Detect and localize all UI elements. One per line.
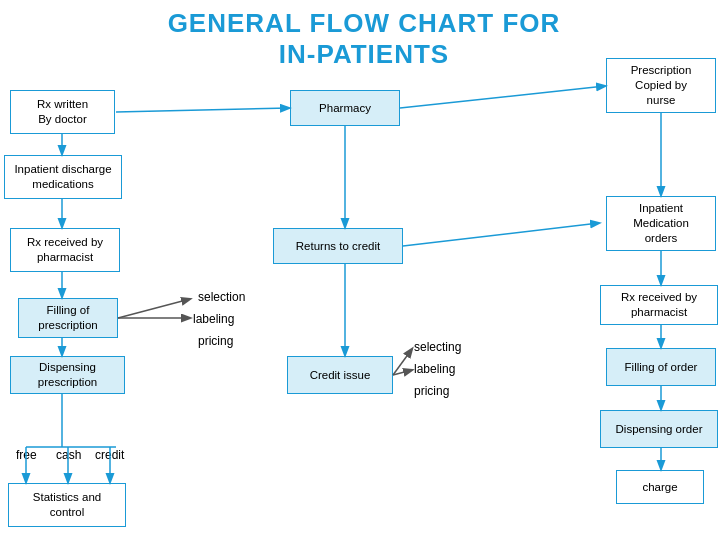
label-pricing2: pricing bbox=[414, 384, 449, 398]
box-charge: charge bbox=[616, 470, 704, 504]
box-prescription-copied: Prescription Copied by nurse bbox=[606, 58, 716, 113]
label-labeling2: labeling bbox=[414, 362, 455, 376]
box-filling-order: Filling of order bbox=[606, 348, 716, 386]
label-cash: cash bbox=[56, 448, 81, 462]
box-statistics: Statistics and control bbox=[8, 483, 126, 527]
label-credit: credit bbox=[95, 448, 124, 462]
box-filling-prescription: Filling of prescription bbox=[18, 298, 118, 338]
svg-line-9 bbox=[118, 299, 190, 318]
box-rx-received-left: Rx received by pharmacist bbox=[10, 228, 120, 272]
box-pharmacy: Pharmacy bbox=[290, 90, 400, 126]
label-selection: selection bbox=[198, 290, 245, 304]
label-free: free bbox=[16, 448, 37, 462]
box-inpatient-medication-orders: Inpatient Medication orders bbox=[606, 196, 716, 251]
svg-line-14 bbox=[393, 349, 412, 375]
label-selecting: selecting bbox=[414, 340, 461, 354]
box-returns-to-credit: Returns to credit bbox=[273, 228, 403, 264]
box-rx-received-right: Rx received by pharmacist bbox=[600, 285, 718, 325]
box-rx-written: Rx written By doctor bbox=[10, 90, 115, 134]
box-inpatient-discharge: Inpatient discharge medications bbox=[4, 155, 122, 199]
svg-line-15 bbox=[393, 370, 412, 375]
svg-line-11 bbox=[116, 108, 289, 112]
box-credit-issue: Credit issue bbox=[287, 356, 393, 394]
label-labeling1: labeling bbox=[193, 312, 234, 326]
svg-line-21 bbox=[400, 86, 605, 108]
label-pricing1: pricing bbox=[198, 334, 233, 348]
svg-line-22 bbox=[403, 223, 599, 246]
box-dispensing-order: Dispensing order bbox=[600, 410, 718, 448]
box-dispensing-prescription: Dispensing prescription bbox=[10, 356, 125, 394]
